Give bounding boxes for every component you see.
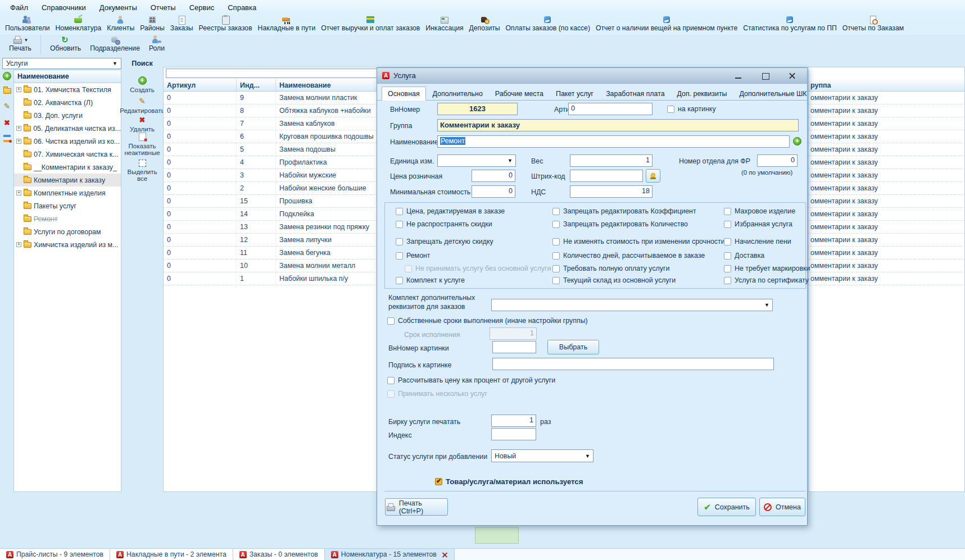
tab-main[interactable]: Основная [382,86,426,101]
select-all-button[interactable]: Выделить все [121,160,163,182]
dialog-print-button[interactable]: Печать (Ctrl+P) [385,498,448,516]
tree-item[interactable]: 02. Аквачистка (Л) [14,96,121,109]
checkbox-current-warehouse[interactable]: Текущий склад из основной услуги [552,276,676,284]
article-field[interactable]: 0 [568,103,653,115]
vat-field[interactable]: 18 [570,185,653,198]
toolbar-order-registers[interactable]: Реестры заказов [196,15,255,33]
catalog-type-select[interactable]: Услуги ▼ [2,58,121,69]
checkbox-no-marking[interactable]: Не требует маркировки [724,265,810,272]
menu-references[interactable]: Справочники [35,1,93,14]
chevron-down-icon[interactable]: ▼ [24,38,29,43]
retail-price-field[interactable]: 0 [472,170,515,182]
save-button[interactable]: Сохранить [697,498,756,516]
tag-print-field[interactable]: 1 [491,415,536,427]
print-button[interactable]: ▼ Печать [4,35,36,53]
unit-select[interactable]: ▼ [437,154,516,167]
toolbar-payments[interactable]: Оплаты заказов (по кассе) [503,15,593,33]
multiple-services-checkbox[interactable]: Принимать несколько услуг [387,390,487,398]
edit-icon[interactable] [4,102,11,111]
toolbar-deposits[interactable]: Депозиты [466,15,503,33]
checkbox-kit-to-service[interactable]: Комплект к услуге [396,276,465,284]
tree-header[interactable]: Наименование [14,70,121,83]
min-cost-field[interactable]: 0 [472,185,515,198]
tree-item[interactable]: 07. Химическая чистка к... [14,148,121,161]
tree-item[interactable]: Пакеты услуг [14,199,121,212]
fr-department-field[interactable]: 0 [757,154,798,167]
checkbox-require-full-payment[interactable]: Требовать полную оплату услуги [552,265,670,272]
checkbox-price-editable[interactable]: Цена, редактируемая в заказе [396,207,505,215]
toolbar-districts[interactable]: Районы [137,15,167,33]
checkbox-forbid-quantity[interactable]: Запрещать редактировать Количество [552,220,688,228]
show-inactive-button[interactable]: Показать неактивные [121,133,163,156]
name-field[interactable]: Ремонт [437,135,790,148]
checkbox-forbid-coefficient[interactable]: Запрещать редактировать Коэффициент [552,207,696,215]
delete-icon[interactable] [4,119,10,127]
own-terms-checkbox[interactable]: Собственные сроки выполнения (иначе наст… [387,317,588,325]
table-cell[interactable]: омментарии к заказу [809,104,964,117]
toolbar-clients[interactable]: Клиенты [104,15,137,33]
expand-icon[interactable] [16,242,21,247]
toolbar-order-reports[interactable]: Отчеты по Заказам [840,15,907,33]
tree-item[interactable]: Химчистка изделий из м... [14,238,121,251]
menu-service[interactable]: Сервис [183,1,221,14]
table-cell[interactable]: омментарии к заказу [809,156,964,169]
column-header-index[interactable]: Инд... [237,79,276,91]
checkbox-terry-item[interactable]: Махровое изделие [724,207,795,215]
column-header-article[interactable]: Артикул [164,79,237,91]
status-select[interactable]: Новый▼ [491,449,594,462]
table-cell[interactable]: омментарии к заказу [809,234,964,247]
percent-checkbox[interactable]: Рассчитывать цену как процент от другой … [387,376,555,384]
on-image-checkbox[interactable]: на картинку [667,105,716,113]
toolbar-users[interactable]: Пользователи [2,15,53,33]
toolbar-stats[interactable]: Статистика по услугам по ПП [740,15,839,33]
table-cell[interactable]: омментарии к заказу [809,247,964,259]
table-cell[interactable]: омментарии к заказу [809,208,964,221]
tree-item-inactive[interactable]: Ремонт [14,212,121,225]
menu-reports[interactable]: Отчеты [144,1,183,14]
checkbox-certificate-service[interactable]: Услуга по сертификату [724,276,809,284]
table-cell[interactable]: омментарии к заказу [809,117,964,130]
table-cell[interactable]: омментарии к заказу [809,182,964,195]
division-button[interactable]: Подразделение [85,35,144,53]
tab-nomenclature[interactable]: AНоменклатура - 15 элементов [325,549,455,560]
term-field[interactable]: 1 [490,327,537,340]
menu-documents[interactable]: Документы [93,1,144,14]
menu-file[interactable]: Файл [3,1,35,14]
checkbox-repair[interactable]: Ремонт [396,252,431,259]
close-icon[interactable] [786,71,799,80]
toolbar-waybills[interactable]: Накладные в пути [255,15,319,33]
tab-extra-attributes[interactable]: Доп. реквизиты [672,87,733,100]
caption-field[interactable] [492,358,774,370]
minimize-icon[interactable] [732,71,745,80]
tree-item-selected[interactable]: Комментарии к заказу [14,174,121,186]
edit-button[interactable]: Редактировать [121,97,163,114]
table-cell[interactable]: омментарии к заказу [809,92,964,104]
checkbox-no-accept-without-main[interactable]: Не принимать услугу без основной услуги [405,265,551,272]
tree-item[interactable]: Услуги по договорам [14,225,121,238]
table-cell[interactable]: омментарии к заказу [809,272,964,285]
table-cell[interactable]: омментарии к заказу [809,130,964,143]
tab-orders[interactable]: AЗаказы - 0 элементов [233,549,325,560]
kit-select[interactable]: ▼ [491,299,773,311]
tree-item[interactable]: __Комментарии к заказу_ [14,161,121,174]
tab-salary[interactable]: Заработная плата [600,87,670,100]
column-header-group[interactable]: руппа [809,79,964,92]
tree-item[interactable]: 05. Деликатная чистка из... [14,122,121,135]
menu-help[interactable]: Справка [221,1,263,14]
toolbar-nomenclature[interactable]: Номенклатура [53,15,105,33]
tab-service-package[interactable]: Пакет услуг [550,87,599,100]
checkbox-days-calculated[interactable]: Количество дней, рассчитываемое в заказе [552,252,705,259]
expand-icon[interactable] [16,126,21,131]
delete-button[interactable]: Удалить [121,116,163,133]
table-cell[interactable]: омментарии к заказу [809,259,964,272]
item-used-checkbox[interactable]: Товар/услуга/материал используется [435,477,583,486]
image-number-field[interactable] [492,341,536,353]
add-icon[interactable] [3,72,11,80]
expand-icon[interactable] [16,190,21,195]
tree-item[interactable]: Комплектные изделия [14,186,121,199]
add-icon[interactable] [793,137,801,145]
expand-icon[interactable] [16,139,21,144]
barcode-scan-button[interactable] [646,169,660,183]
tab-workplaces[interactable]: Рабочие места [490,87,549,100]
toolbar-collection[interactable]: Инкассация [423,15,466,33]
